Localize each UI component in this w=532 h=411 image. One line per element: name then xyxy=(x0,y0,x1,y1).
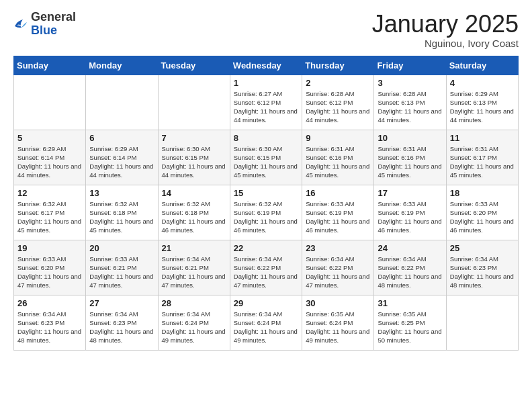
day-number: 20 xyxy=(89,243,154,253)
day-info: Sunrise: 6:29 AM Sunset: 6:14 PM Dayligh… xyxy=(17,144,82,180)
weekday-header-thursday: Thursday xyxy=(302,56,374,75)
day-number: 26 xyxy=(17,298,82,308)
day-cell: 1Sunrise: 6:27 AM Sunset: 6:12 PM Daylig… xyxy=(230,75,302,130)
day-cell xyxy=(158,75,230,130)
day-cell: 13Sunrise: 6:32 AM Sunset: 6:18 PM Dayli… xyxy=(86,185,158,240)
day-info: Sunrise: 6:30 AM Sunset: 6:15 PM Dayligh… xyxy=(162,144,226,180)
day-number: 18 xyxy=(450,188,515,198)
day-cell: 17Sunrise: 6:33 AM Sunset: 6:19 PM Dayli… xyxy=(374,185,446,240)
logo-blue: Blue xyxy=(31,24,57,37)
day-number: 10 xyxy=(378,133,442,143)
day-cell: 10Sunrise: 6:31 AM Sunset: 6:16 PM Dayli… xyxy=(374,130,446,185)
day-number: 11 xyxy=(450,133,515,143)
day-info: Sunrise: 6:34 AM Sunset: 6:22 PM Dayligh… xyxy=(306,255,370,290)
weekday-header-monday: Monday xyxy=(86,56,158,75)
day-cell: 19Sunrise: 6:33 AM Sunset: 6:20 PM Dayli… xyxy=(14,240,86,295)
day-number: 8 xyxy=(234,133,298,143)
day-number: 2 xyxy=(306,78,370,88)
day-cell: 8Sunrise: 6:30 AM Sunset: 6:15 PM Daylig… xyxy=(230,130,302,185)
day-cell: 24Sunrise: 6:34 AM Sunset: 6:22 PM Dayli… xyxy=(374,240,446,295)
day-info: Sunrise: 6:33 AM Sunset: 6:20 PM Dayligh… xyxy=(450,199,515,235)
week-row-3: 12Sunrise: 6:32 AM Sunset: 6:17 PM Dayli… xyxy=(14,185,519,240)
day-number: 5 xyxy=(17,133,82,143)
day-info: Sunrise: 6:33 AM Sunset: 6:19 PM Dayligh… xyxy=(306,199,370,235)
day-number: 6 xyxy=(89,133,154,143)
day-cell: 3Sunrise: 6:28 AM Sunset: 6:13 PM Daylig… xyxy=(374,75,446,130)
day-cell: 30Sunrise: 6:35 AM Sunset: 6:24 PM Dayli… xyxy=(302,295,374,350)
day-info: Sunrise: 6:31 AM Sunset: 6:16 PM Dayligh… xyxy=(378,144,442,180)
day-info: Sunrise: 6:31 AM Sunset: 6:17 PM Dayligh… xyxy=(450,144,515,180)
week-row-5: 26Sunrise: 6:34 AM Sunset: 6:23 PM Dayli… xyxy=(14,295,519,350)
day-number: 15 xyxy=(234,188,298,198)
day-cell: 7Sunrise: 6:30 AM Sunset: 6:15 PM Daylig… xyxy=(158,130,230,185)
day-info: Sunrise: 6:27 AM Sunset: 6:12 PM Dayligh… xyxy=(234,89,298,125)
day-number: 1 xyxy=(234,78,298,88)
day-cell: 12Sunrise: 6:32 AM Sunset: 6:17 PM Dayli… xyxy=(14,185,86,240)
day-number: 22 xyxy=(234,243,298,253)
day-number: 21 xyxy=(162,243,226,253)
day-cell xyxy=(86,75,158,130)
weekday-header-tuesday: Tuesday xyxy=(158,56,230,75)
day-cell: 4Sunrise: 6:29 AM Sunset: 6:13 PM Daylig… xyxy=(446,75,518,130)
day-info: Sunrise: 6:34 AM Sunset: 6:24 PM Dayligh… xyxy=(234,310,298,345)
weekday-header-sunday: Sunday xyxy=(14,56,86,75)
title-month: January 2025 xyxy=(372,11,519,38)
day-number: 19 xyxy=(17,243,82,253)
logo-general: General xyxy=(31,10,76,24)
day-info: Sunrise: 6:31 AM Sunset: 6:16 PM Dayligh… xyxy=(306,144,370,180)
day-info: Sunrise: 6:32 AM Sunset: 6:18 PM Dayligh… xyxy=(89,199,154,235)
day-info: Sunrise: 6:28 AM Sunset: 6:12 PM Dayligh… xyxy=(306,89,370,125)
week-row-4: 19Sunrise: 6:33 AM Sunset: 6:20 PM Dayli… xyxy=(14,240,519,295)
day-info: Sunrise: 6:29 AM Sunset: 6:14 PM Dayligh… xyxy=(89,144,154,180)
day-info: Sunrise: 6:34 AM Sunset: 6:24 PM Dayligh… xyxy=(162,310,226,345)
day-info: Sunrise: 6:34 AM Sunset: 6:22 PM Dayligh… xyxy=(234,255,298,290)
day-number: 25 xyxy=(450,243,515,253)
day-cell: 14Sunrise: 6:32 AM Sunset: 6:18 PM Dayli… xyxy=(158,185,230,240)
day-cell: 26Sunrise: 6:34 AM Sunset: 6:23 PM Dayli… xyxy=(14,295,86,350)
day-cell: 5Sunrise: 6:29 AM Sunset: 6:14 PM Daylig… xyxy=(14,130,86,185)
day-cell: 27Sunrise: 6:34 AM Sunset: 6:23 PM Dayli… xyxy=(86,295,158,350)
day-info: Sunrise: 6:28 AM Sunset: 6:13 PM Dayligh… xyxy=(378,89,442,125)
weekday-header-wednesday: Wednesday xyxy=(230,56,302,75)
day-number: 27 xyxy=(89,298,154,308)
day-cell: 18Sunrise: 6:33 AM Sunset: 6:20 PM Dayli… xyxy=(446,185,518,240)
logo-text: General Blue xyxy=(31,11,76,38)
title-location: Nguinou, Ivory Coast xyxy=(372,38,519,49)
day-cell: 25Sunrise: 6:34 AM Sunset: 6:23 PM Dayli… xyxy=(446,240,518,295)
title-block: January 2025 Nguinou, Ivory Coast xyxy=(372,11,519,49)
day-cell xyxy=(14,75,86,130)
day-cell: 22Sunrise: 6:34 AM Sunset: 6:22 PM Dayli… xyxy=(230,240,302,295)
day-cell: 2Sunrise: 6:28 AM Sunset: 6:12 PM Daylig… xyxy=(302,75,374,130)
day-number: 23 xyxy=(306,243,370,253)
day-cell: 20Sunrise: 6:33 AM Sunset: 6:21 PM Dayli… xyxy=(86,240,158,295)
day-number: 30 xyxy=(306,298,370,308)
day-cell: 31Sunrise: 6:35 AM Sunset: 6:25 PM Dayli… xyxy=(374,295,446,350)
day-number: 7 xyxy=(162,133,226,143)
day-info: Sunrise: 6:34 AM Sunset: 6:23 PM Dayligh… xyxy=(89,310,154,345)
day-info: Sunrise: 6:35 AM Sunset: 6:24 PM Dayligh… xyxy=(306,310,370,345)
day-cell: 16Sunrise: 6:33 AM Sunset: 6:19 PM Dayli… xyxy=(302,185,374,240)
weekday-header-friday: Friday xyxy=(374,56,446,75)
day-cell xyxy=(446,295,518,350)
day-number: 4 xyxy=(450,78,515,88)
day-number: 12 xyxy=(17,188,82,198)
day-info: Sunrise: 6:34 AM Sunset: 6:23 PM Dayligh… xyxy=(450,255,515,290)
day-cell: 6Sunrise: 6:29 AM Sunset: 6:14 PM Daylig… xyxy=(86,130,158,185)
day-info: Sunrise: 6:33 AM Sunset: 6:21 PM Dayligh… xyxy=(89,255,154,290)
day-number: 31 xyxy=(378,298,442,308)
day-number: 13 xyxy=(89,188,154,198)
day-info: Sunrise: 6:33 AM Sunset: 6:20 PM Dayligh… xyxy=(17,255,82,290)
day-number: 24 xyxy=(378,243,442,253)
day-info: Sunrise: 6:32 AM Sunset: 6:18 PM Dayligh… xyxy=(162,199,226,235)
day-cell: 28Sunrise: 6:34 AM Sunset: 6:24 PM Dayli… xyxy=(158,295,230,350)
day-number: 17 xyxy=(378,188,442,198)
logo-bird-icon xyxy=(13,17,28,32)
day-info: Sunrise: 6:32 AM Sunset: 6:19 PM Dayligh… xyxy=(234,199,298,235)
week-row-1: 1Sunrise: 6:27 AM Sunset: 6:12 PM Daylig… xyxy=(14,75,519,130)
day-info: Sunrise: 6:35 AM Sunset: 6:25 PM Dayligh… xyxy=(378,310,442,345)
day-number: 16 xyxy=(306,188,370,198)
day-number: 28 xyxy=(162,298,226,308)
day-info: Sunrise: 6:30 AM Sunset: 6:15 PM Dayligh… xyxy=(234,144,298,180)
day-number: 3 xyxy=(378,78,442,88)
page: General Blue January 2025 Nguinou, Ivory… xyxy=(0,0,532,411)
